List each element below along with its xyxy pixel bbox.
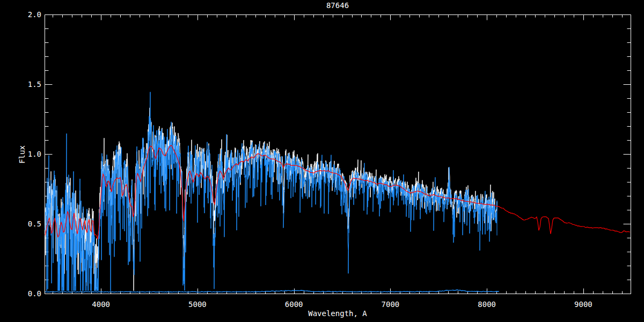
spectrum-chart: 4000500060007000800090000.00.51.01.52.0 xyxy=(0,0,644,322)
y-tick-label: 0.0 xyxy=(28,289,41,298)
x-tick-label: 5000 xyxy=(188,300,207,309)
x-tick-label: 6000 xyxy=(285,300,303,309)
x-tick-label: 8000 xyxy=(478,300,496,309)
axis-ticks xyxy=(45,15,631,294)
y-tick-label: 1.0 xyxy=(28,150,41,158)
y-axis-label: Flux xyxy=(18,128,26,181)
x-tick-label: 7000 xyxy=(382,300,400,309)
axes xyxy=(45,15,631,294)
y-tick-label: 2.0 xyxy=(28,10,41,19)
overlay-spectrum-blue xyxy=(45,92,497,290)
error-spectrum-blue xyxy=(45,290,499,292)
y-tick-label: 1.5 xyxy=(28,80,41,89)
x-tick-label: 4000 xyxy=(92,300,110,309)
y-tick-label: 0.5 xyxy=(28,219,41,228)
spectrum-plot-window: 4000500060007000800090000.00.51.01.52.0 … xyxy=(0,0,644,322)
x-tick-label: 9000 xyxy=(574,300,592,309)
x-axis-label: Wavelength, A xyxy=(45,309,631,318)
plot-title: 87646 xyxy=(45,1,631,10)
tick-labels: 4000500060007000800090000.00.51.01.52.0 xyxy=(28,10,592,309)
